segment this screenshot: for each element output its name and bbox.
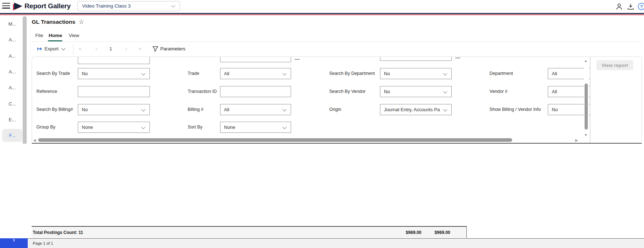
app-logo-icon [13,2,23,11]
param-label-trade: Trade [188,68,199,79]
sidebar-item-label: E... [9,117,16,122]
parameters-panel: Search By Trade No Trade All Search By D… [32,57,642,144]
first-page-button[interactable]: « [79,45,81,51]
parameter-input-clipped[interactable] [78,57,150,64]
param-select-billing-number[interactable]: All [220,104,291,115]
param-value: No [384,89,390,94]
chevron-down-icon [282,107,286,111]
export-icon: ↦ [37,45,42,52]
chevron-down-icon [141,125,145,129]
param-label-search-by-department: Search By Department [329,68,375,79]
toolbar-divider [73,44,73,55]
report-selector-dropdown[interactable]: Video Training Class 3 [77,1,180,11]
param-value: All [224,71,229,76]
header-navy-divider [0,13,644,14]
download-icon[interactable] [627,3,635,10]
help-icon[interactable]: ? [638,3,644,10]
chevron-down-icon [141,107,145,111]
total-postings-count: Total Postings Count: 11 [33,230,83,235]
sidebar-item-7-selected[interactable]: F... [2,129,22,142]
help-glyph: ? [640,4,643,9]
parameters-funnel-icon[interactable] [152,46,158,52]
chevron-down-icon [171,3,175,7]
param-select-trade[interactable]: All [220,68,291,79]
app-window: Report Gallery Video Training Class 3 ? … [0,0,644,248]
sidebar-item-2[interactable]: A... [2,49,22,62]
param-value: Journal Entry, Accounts Pa [384,104,440,115]
page-title-text: GL Transactions [32,19,75,25]
app-title: Report Gallery [24,2,71,10]
sidebar-item-label: A... [9,53,16,59]
param-label-search-by-vendor: Search By Vendor [329,86,366,97]
param-select-search-by-vendor[interactable]: No [380,86,452,97]
sidebar-item-label: M... [8,21,16,27]
param-select-search-by-trade[interactable]: No [78,68,150,79]
scroll-left-arrow-icon[interactable]: ◀ [33,138,36,142]
user-icon[interactable] [615,3,623,10]
sidebar-item-label: C... [9,101,16,107]
param-label-show-billing-vendor-info: Show Billing / Vendor Info [489,104,541,115]
active-tab-underline [48,40,62,41]
view-report-pane: View report [590,57,642,143]
param-value: No [82,107,88,112]
scroll-down-arrow-icon[interactable]: ▼ [584,133,587,137]
params-horizontal-scrollbar-thumb[interactable] [38,138,512,142]
param-input-transaction-id[interactable] [220,86,291,97]
hamburger-menu-icon[interactable] [2,3,11,10]
last-page-button[interactable]: » [138,45,141,51]
sidebar-item-6[interactable]: E... [2,113,22,126]
chevron-down-icon [443,89,447,93]
parameters-toggle[interactable]: Parameters [160,46,185,51]
prev-page-button[interactable]: ‹ [95,45,97,51]
param-select-search-by-billing[interactable]: No [78,104,150,115]
param-select-search-by-department[interactable]: No [380,68,452,79]
param-label-search-by-trade: Search By Trade [36,68,70,79]
param-value: No [384,71,390,76]
top-header: Report Gallery Video Training Class 3 ? [0,0,644,13]
param-label-group-by: Group By [36,122,55,133]
next-page-button[interactable]: › [125,45,127,51]
param-label-billing-number: Billing # [188,104,204,115]
tab-home[interactable]: Home [49,33,62,38]
page-indicator: Page 1 of 1 [33,241,53,245]
page-number[interactable]: 1 [109,46,112,51]
chevron-down-icon [62,46,66,50]
param-select-sort-by[interactable]: None [220,122,291,133]
scroll-right-arrow-icon[interactable]: ▶ [575,138,578,142]
sidebar-item-4[interactable]: A... [2,81,22,94]
sidebar-item-5[interactable]: C... [2,97,22,110]
export-button[interactable]: ↦ Export [37,45,65,52]
sidebar-item-1[interactable]: A... [2,33,22,46]
param-label-vendor-number: Vendor # [489,86,507,97]
param-select-group-by[interactable]: None [78,122,150,133]
param-input-reference[interactable] [78,86,150,97]
parameter-dash [295,59,300,60]
params-vertical-scrollbar-thumb[interactable] [585,84,588,130]
tab-file[interactable]: File [35,33,43,38]
header-red-divider [0,14,644,15]
table-total-row: Total Postings Count: 11 $969.00 $969.00 [32,226,467,238]
sidebar-item-label: A... [9,85,16,90]
parameter-input-clipped[interactable] [380,57,452,61]
param-select-origin[interactable]: Journal Entry, Accounts Pa [380,104,452,115]
tabbar-divider [32,41,642,42]
param-value: All [224,107,229,112]
sidebar-item-3[interactable]: A... [2,65,22,78]
report-footer: Page 1 of 1 [28,238,644,248]
scroll-up-arrow-icon[interactable]: ▲ [584,59,587,63]
chevron-down-icon [443,71,447,75]
sidebar-item-label: A... [9,37,16,42]
page-title: GL Transactions ☆ [32,18,84,26]
export-label: Export [44,46,58,51]
view-report-button[interactable]: View report [596,60,633,70]
total-credit: $969.00 [414,230,450,235]
chevron-down-icon [282,125,286,129]
sidebar-item-label: F... [9,133,15,138]
param-label-sort-by: Sort By [188,122,202,133]
favorite-star-icon[interactable]: ☆ [79,18,84,26]
sidebar-item-0[interactable]: M... [2,17,22,30]
parameter-input-clipped[interactable] [220,57,291,62]
tab-view[interactable]: View [69,33,79,38]
param-label-search-by-billing: Search By Billing# [36,104,73,115]
report-table: m 100002636196 Accounts Receivable 30155… [0,144,644,238]
